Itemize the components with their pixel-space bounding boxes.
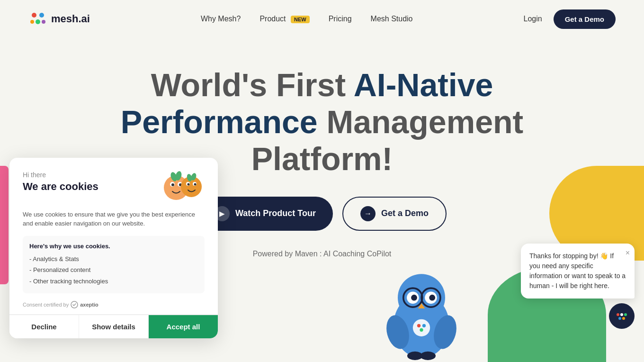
nav-links: Why Mesh? Product NEW Pricing Mesh Studi… (201, 15, 413, 23)
nav-item-why-mesh[interactable]: Why Mesh? (201, 15, 241, 23)
nav-item-pricing[interactable]: Pricing (329, 15, 352, 23)
svg-point-34 (194, 183, 197, 185)
product-badge: NEW (291, 16, 310, 23)
get-demo-button[interactable]: → Get a Demo (342, 197, 447, 231)
svg-point-16 (417, 324, 420, 327)
svg-point-17 (422, 324, 426, 327)
nav-item-mesh-studio[interactable]: Mesh Studio (371, 15, 413, 23)
cookie-certified: Consent certified by axeptio (23, 301, 98, 308)
svg-point-39 (620, 313, 623, 316)
close-icon[interactable]: × (626, 247, 630, 259)
cookie-header: Hi there We are cookies (23, 171, 205, 204)
svg-point-4 (42, 20, 45, 24)
cookie-footer: Consent certified by axeptio (23, 301, 205, 308)
cookie-greeting: Hi there (23, 171, 98, 179)
cookie-detail-item: - Personalized content (29, 264, 198, 275)
svg-point-0 (32, 13, 36, 18)
arrow-icon: → (360, 206, 376, 221)
svg-point-38 (617, 313, 619, 316)
nav-get-demo-button[interactable]: Get a Demo (554, 9, 616, 29)
axeptio-check-icon (71, 301, 78, 308)
chat-avatar-button[interactable] (609, 303, 635, 329)
chat-bubble: × Thanks for stopping by! 👋 If you need … (521, 244, 635, 299)
cookie-characters (162, 171, 205, 204)
cookie-title: We are cookies (23, 181, 98, 193)
svg-point-18 (420, 328, 423, 332)
cookie-buttons: Decline Show details Accept all (9, 314, 218, 338)
navbar: mesh.ai Why Mesh? Product NEW Pricing Me… (0, 0, 644, 38)
chat-icon (614, 308, 629, 324)
nav-right: Login Get a Demo (523, 9, 616, 29)
pink-bar-decoration (0, 166, 9, 284)
chat-widget: × Thanks for stopping by! 👋 If you need … (521, 244, 635, 329)
svg-point-40 (624, 313, 627, 316)
svg-point-22 (420, 352, 436, 360)
cookie-details-title: Here's why we use cookies. (29, 243, 198, 250)
cookie-detail-item: - Other tracking technologies (29, 276, 198, 287)
svg-point-26 (171, 183, 174, 186)
show-details-button[interactable]: Show details (79, 315, 149, 338)
svg-point-41 (618, 317, 621, 320)
decline-button[interactable]: Decline (9, 315, 79, 338)
svg-point-13 (429, 295, 435, 301)
accept-all-button[interactable]: Accept all (149, 315, 218, 338)
powered-text: Powered by Maven : AI Coaching CoPilot (253, 250, 392, 258)
svg-point-33 (188, 183, 190, 185)
logo-text: mesh.ai (51, 13, 90, 25)
cookie-body: We use cookies to ensure that we give yo… (23, 210, 205, 228)
login-link[interactable]: Login (523, 15, 542, 23)
svg-point-3 (30, 20, 34, 24)
cookie-details-list: - Analytics & Stats - Personalized conte… (29, 253, 198, 287)
svg-point-42 (622, 317, 625, 320)
cookie-detail-item: - Analytics & Stats (29, 253, 198, 264)
cookie-banner: Hi there We are cookies (9, 158, 218, 338)
svg-point-1 (39, 13, 44, 18)
nav-item-product[interactable]: Product NEW (259, 15, 309, 23)
svg-point-15 (413, 319, 430, 336)
owl-mascot (379, 265, 464, 362)
logo[interactable]: mesh.ai (28, 9, 90, 28)
svg-point-12 (411, 295, 417, 301)
svg-point-2 (36, 19, 40, 24)
cookie-details: Here's why we use cookies. - Analytics &… (23, 236, 205, 293)
